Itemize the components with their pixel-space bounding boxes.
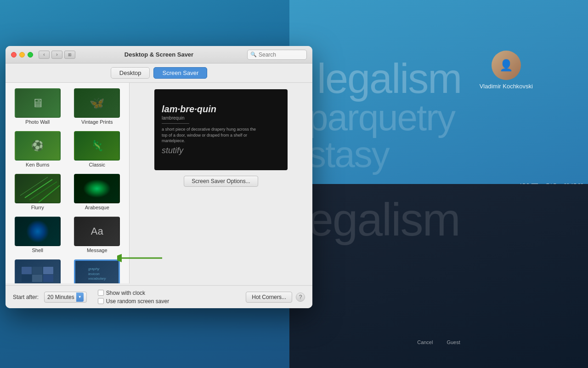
maximize-button[interactable] xyxy=(28,52,33,58)
search-input[interactable] xyxy=(259,52,300,58)
hot-corners-button[interactable]: Hot Corners... xyxy=(246,292,292,303)
login-name-top: Vladimir Kochkovski xyxy=(480,83,533,90)
back-button[interactable]: ‹ xyxy=(39,51,50,59)
show-with-clock-row: Show with clock xyxy=(98,290,169,296)
bg-word-legalism-bottom: legalism xyxy=(299,193,460,246)
arabesque-visual xyxy=(83,179,111,198)
ss-label-photo-wall: Photo Wall xyxy=(25,119,50,125)
bg-word-stasy: stasy xyxy=(308,133,389,176)
ss-label-arabesque: Arabesque xyxy=(85,205,109,210)
window-title: Desktop & Screen Saver xyxy=(124,51,193,58)
ss-thumb-message: Aa xyxy=(74,217,120,246)
preview-mid-word: stutify xyxy=(162,146,183,155)
preview-screen: lam·bre·quin lambrequin a short piece of… xyxy=(154,89,288,170)
ss-thumb-photo-wall: 🖥 xyxy=(15,88,61,118)
minimize-button[interactable] xyxy=(19,52,25,58)
shell-visual xyxy=(26,220,49,243)
checkbox-group: Show with clock Use random screen saver xyxy=(98,290,169,305)
ss-item-message[interactable]: Aa Message xyxy=(69,215,126,255)
preview-word-content: lam·bre·quin lambrequin a short piece of… xyxy=(154,89,288,170)
ss-item-vintage-prints[interactable]: 🦋 Vintage Prints xyxy=(69,86,126,126)
login-card-top: 👤 Vladimir Kochkovski xyxy=(480,51,533,90)
select-arrow-icon: ▼ xyxy=(76,293,84,302)
ss-label-ken-burns: Ken Burns xyxy=(26,162,49,167)
close-button[interactable] xyxy=(11,52,17,58)
help-button[interactable]: ? xyxy=(296,293,305,302)
desktop-screensaver-window: ‹ › ⊞ Desktop & Screen Saver 🔍 Desktop S… xyxy=(6,46,312,308)
nav-buttons: ‹ › xyxy=(39,51,62,59)
ss-label-shell: Shell xyxy=(32,247,43,253)
ss-label-message: Message xyxy=(87,247,107,253)
preview-separator xyxy=(162,123,189,124)
tab-screensaver[interactable]: Screen Saver xyxy=(153,67,207,79)
login-actions-bottom: Cancel Guest xyxy=(417,339,460,345)
start-after-label: Start after: xyxy=(13,294,39,300)
ss-item-arabesque[interactable]: Arabesque xyxy=(69,172,126,212)
grid-button[interactable]: ⊞ xyxy=(64,51,75,59)
ss-thumb-wotd: graphylexiconvocabulary xyxy=(74,259,120,283)
bottom-right-buttons: Hot Corners... ? xyxy=(246,292,305,303)
traffic-lights xyxy=(11,52,33,58)
ss-thumb-arabesque xyxy=(74,174,120,203)
ss-thumb-shell xyxy=(15,217,61,246)
bg-word-legalism: legalism xyxy=(317,55,461,103)
use-random-label: Use random screen saver xyxy=(106,298,169,305)
flurry-visual xyxy=(16,175,60,202)
ss-item-photo-wall[interactable]: 🖥 Photo Wall xyxy=(9,86,66,126)
ss-label-vintage-prints: Vintage Prints xyxy=(81,119,113,125)
guest-label-bottom[interactable]: Guest xyxy=(447,339,460,345)
ss-item-flurry[interactable]: Flurry xyxy=(9,172,66,212)
svg-line-4 xyxy=(20,177,48,196)
start-after-select[interactable]: 20 Minutes ▼ xyxy=(44,292,87,303)
ss-thumb-flurry xyxy=(15,174,61,203)
show-with-clock-checkbox[interactable] xyxy=(98,290,104,296)
tabs-bar: Desktop Screen Saver xyxy=(6,63,312,83)
start-after-value: 20 Minutes xyxy=(47,294,74,300)
bg-bottom-panel: legalism 👤 Vladimir Kochkovski le·gal·is… xyxy=(289,184,588,368)
preview-phonetic: lambrequin xyxy=(162,115,184,121)
ss-item-shell[interactable]: Shell xyxy=(9,215,66,255)
ss-thumb-vintage-prints: 🦋 xyxy=(74,88,120,118)
tab-desktop[interactable]: Desktop xyxy=(111,67,150,79)
ss-thumb-itunes xyxy=(15,259,61,283)
bg-word-parquetry: parquetry xyxy=(308,97,455,139)
search-icon: 🔍 xyxy=(250,52,257,58)
ss-thumb-ken-burns: ⚽ xyxy=(15,131,61,161)
use-random-row: Use random screen saver xyxy=(98,298,169,305)
show-with-clock-label: Show with clock xyxy=(106,290,145,296)
green-arrow-indicator xyxy=(117,252,163,266)
title-bar: ‹ › ⊞ Desktop & Screen Saver 🔍 xyxy=(6,46,312,63)
preview-main-word: lam·bre·quin xyxy=(162,104,216,115)
ss-item-classic[interactable]: 🦎 Classic xyxy=(69,129,126,169)
screen-saver-options-button[interactable]: Screen Saver Options... xyxy=(184,176,258,187)
ss-item-ken-burns[interactable]: ⚽ Ken Burns xyxy=(9,129,66,169)
avatar-top: 👤 xyxy=(492,51,521,80)
ss-label-classic: Classic xyxy=(89,162,105,167)
wotd-visual: graphylexiconvocabulary xyxy=(86,265,108,283)
bg-top-panel: legalism parquetry stasy 👤 Vladimir Koch… xyxy=(289,0,588,184)
message-aa-icon: Aa xyxy=(91,225,103,237)
bottom-bar: Start after: 20 Minutes ▼ Show with cloc… xyxy=(6,285,312,308)
ss-label-flurry: Flurry xyxy=(31,205,44,210)
preview-definition: a short piece of decorative drapery hung… xyxy=(162,126,263,144)
use-random-checkbox[interactable] xyxy=(98,298,104,304)
search-bar[interactable]: 🔍 xyxy=(247,50,307,60)
screensaver-list: 🖥 Photo Wall 🦋 Vintage Prints ⚽ Ken Burn… xyxy=(6,83,130,283)
itunes-grid xyxy=(22,267,54,282)
cancel-label-bottom[interactable]: Cancel xyxy=(417,339,433,345)
ss-item-itunes-artwork[interactable]: iTunes Artwork xyxy=(9,258,66,283)
forward-button[interactable]: › xyxy=(51,51,62,59)
ss-thumb-classic: 🦎 xyxy=(74,131,120,161)
